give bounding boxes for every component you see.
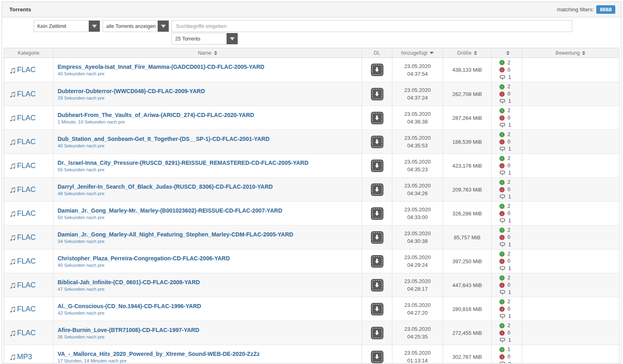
table-row: ♫ FLAC Afire-Burnin_Love-(BTR71008)-CD-F… xyxy=(4,321,619,345)
category-cell: ♫ FLAC xyxy=(4,154,53,177)
per-page-dropdown-button[interactable] xyxy=(227,33,238,44)
seeders-count: 2 xyxy=(507,299,510,304)
download-button[interactable] xyxy=(371,112,383,124)
search-input[interactable] xyxy=(171,20,572,32)
torrent-name-link[interactable]: Damian_Jr._Gong_Marley-All_Night_Featuri… xyxy=(58,231,362,238)
rating-cell xyxy=(522,58,619,82)
torrent-name-link[interactable]: Biblical-Jah_Infinite-(CD_0601)-CD-FLAC-… xyxy=(58,279,362,285)
download-button[interactable] xyxy=(371,327,383,339)
column-header-rating[interactable]: Bewertung xyxy=(522,48,619,57)
pre-time-label: 29 Sekunden nach pre xyxy=(58,96,362,100)
leechers-count: 0 xyxy=(507,91,510,97)
seeders-up-icon: ↑ xyxy=(499,132,505,137)
added-time: 04:34:26 xyxy=(407,189,428,197)
torrent-name-link[interactable]: Afire-Burnin_Love-(BTR71008)-CD-FLAC-199… xyxy=(58,327,362,333)
snatched-flag-icon xyxy=(499,289,505,295)
table-row: ♫ FLAC Darryl_Jenifer-In_Search_Of_Black… xyxy=(4,177,619,201)
size-cell: 397,250 MiB xyxy=(443,249,491,273)
table-row: ♫ FLAC Dubterror-Dubterror-(WWCD048)-CD-… xyxy=(4,82,619,106)
torrent-name-link[interactable]: Dubheart-From_The_Vaults_of_Ariwa-(ARICD… xyxy=(58,112,362,118)
music-note-icon: ♫ xyxy=(9,89,16,99)
download-button[interactable] xyxy=(371,88,383,100)
torrent-name-link[interactable]: Dub_Station_and_Sonbeam-Get_It_Together-… xyxy=(58,136,362,142)
snatched-flag-icon xyxy=(499,194,505,200)
snatched-count: 1 xyxy=(508,75,511,80)
size-cell: 280,816 MiB xyxy=(443,297,491,321)
added-date: 23.05.2020 xyxy=(404,158,430,166)
peers-cell: ↑ 2 ↓ 0 1 xyxy=(491,226,522,249)
table-row: ♫ FLAC Dr._Israel-Inna_City_Pressure-(RU… xyxy=(4,153,619,177)
show-torrents-dropdown-button[interactable] xyxy=(158,21,169,32)
torrent-name-link[interactable]: Dr._Israel-Inna_City_Pressure-(RUSCD_829… xyxy=(58,160,362,166)
added-time: 04:33:00 xyxy=(407,213,428,221)
category-label: FLAC xyxy=(17,209,36,218)
music-note-icon: ♫ xyxy=(9,137,16,147)
download-arrow-icon xyxy=(375,92,379,97)
torrent-name-link[interactable]: Al._G-Conscious-(CD_No.1944)-CD-FLAC-199… xyxy=(58,303,362,309)
sort-both-icon xyxy=(506,51,510,55)
rating-cell xyxy=(522,130,619,153)
category-label: FLAC xyxy=(17,329,36,337)
show-torrents-dropdown[interactable]: alle Torrents anzeigen xyxy=(103,20,169,32)
download-button[interactable] xyxy=(371,64,383,76)
music-note-icon: ♫ xyxy=(9,328,16,338)
pre-time-label: 34 Sekunden nach pre xyxy=(58,239,362,244)
torrent-name-link[interactable]: Darryl_Jenifer-In_Search_Of_Black_Judas-… xyxy=(58,183,362,190)
music-note-icon: ♫ xyxy=(9,113,16,123)
per-page-dropdown[interactable]: 25 Torrents xyxy=(171,33,238,45)
download-button[interactable] xyxy=(371,279,383,292)
torrent-name-link[interactable]: Empress_Ayeola-Isat_Innat_Fire_Mamma-(GA… xyxy=(58,64,362,70)
download-button[interactable] xyxy=(371,207,383,220)
category-cell: ♫ FLAC xyxy=(4,202,53,225)
leechers-down-icon: ↓ xyxy=(499,163,505,168)
size-cell: 423,176 MiB xyxy=(443,154,491,177)
download-button[interactable] xyxy=(371,255,383,268)
column-header-name[interactable]: Name xyxy=(53,48,362,57)
added-cell: 23.05.2020 01:13:14 xyxy=(392,345,443,364)
download-arrow-icon xyxy=(375,211,379,216)
table-row: ♫ MP3 VA_-_Mallorca_Hits_2020_Powered_by… xyxy=(4,345,619,364)
snatched-flag-icon xyxy=(499,122,505,128)
torrent-name-link[interactable]: Damian_Jr._Gong_Marley-Mr._Marley-(B0010… xyxy=(58,207,362,214)
column-header-peers[interactable] xyxy=(491,48,522,57)
snatched-flag-icon xyxy=(499,361,505,364)
download-button[interactable] xyxy=(371,160,383,172)
download-button[interactable] xyxy=(371,183,383,196)
dl-cell xyxy=(362,273,392,297)
category-cell: ♫ FLAC xyxy=(4,106,53,130)
rating-cell xyxy=(522,249,619,273)
column-header-added[interactable]: hinzugefügt xyxy=(392,48,443,57)
title-bar: Torrents matching filters: 8668 xyxy=(2,2,621,17)
time-limit-dropdown[interactable]: Kein Zeitlimit xyxy=(34,20,100,32)
added-time: 04:29:24 xyxy=(407,261,428,269)
download-button[interactable] xyxy=(371,136,383,148)
added-date: 23.05.2020 xyxy=(404,325,430,333)
rating-cell xyxy=(522,273,619,297)
download-button[interactable] xyxy=(371,303,383,315)
leechers-count: 0 xyxy=(507,258,510,264)
size-cell: 209,763 MiB xyxy=(443,178,491,201)
leechers-count: 0 xyxy=(507,282,510,288)
peers-cell: ↑ 2 ↓ 0 1 xyxy=(491,82,522,106)
leechers-down-icon: ↓ xyxy=(499,330,505,336)
pre-time-label: 47 Sekunden nach pre xyxy=(58,287,362,292)
added-cell: 23.05.2020 04:27:20 xyxy=(392,297,443,321)
leechers-count: 0 xyxy=(507,187,510,192)
dl-cell xyxy=(362,178,392,201)
leechers-count: 0 xyxy=(507,115,510,121)
rating-cell xyxy=(522,106,619,130)
column-header-size[interactable]: Größe xyxy=(443,48,491,57)
download-button[interactable] xyxy=(371,231,383,244)
torrent-name-link[interactable]: VA_-_Mallorca_Hits_2020_Powered_by_Xtrem… xyxy=(58,351,362,357)
torrent-name-link[interactable]: Christopher_Plaza_Perreira-Congregation-… xyxy=(58,255,362,262)
download-arrow-icon xyxy=(375,354,379,360)
download-button[interactable] xyxy=(371,351,383,363)
time-limit-dropdown-button[interactable] xyxy=(89,21,100,32)
download-arrow-icon xyxy=(375,330,379,336)
download-arrow-icon xyxy=(375,235,379,240)
chevron-down-icon xyxy=(92,25,97,28)
added-date: 23.05.2020 xyxy=(404,253,430,261)
torrent-name-link[interactable]: Dubterror-Dubterror-(WWCD048)-CD-FLAC-20… xyxy=(58,88,362,94)
added-time: 04:35:53 xyxy=(407,142,428,149)
added-date: 23.05.2020 xyxy=(404,206,430,213)
